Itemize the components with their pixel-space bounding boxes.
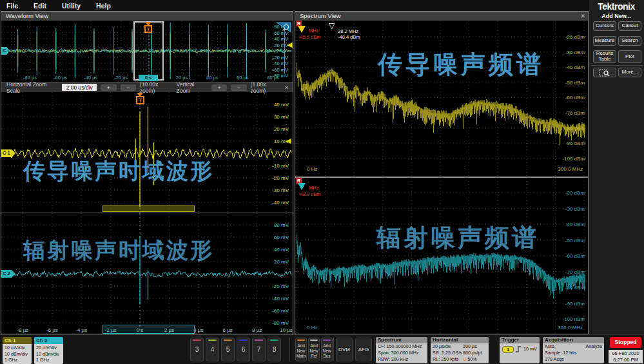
svg-text:300.0 MHz: 300.0 MHz <box>558 166 583 172</box>
marker-triangle-teal-icon[interactable] <box>298 183 306 190</box>
spectrum-time-bar-ch1[interactable] <box>102 206 195 212</box>
svg-text:4 µs: 4 µs <box>193 327 203 333</box>
zoom-overlay-close-icon[interactable]: ✕ <box>284 84 289 91</box>
ch2-spectrum-plot[interactable]: -20 dBm-30 dBm-40 dBm-50 dBm-60 dBm-70 d… <box>295 178 588 335</box>
trigger-source-pill: 1 <box>502 346 514 353</box>
menu-edit[interactable]: Edit <box>34 2 46 10</box>
run-stop-status-button[interactable]: Stopped <box>610 337 641 348</box>
svg-text:-56 dBm: -56 dBm <box>565 80 585 86</box>
svg-text:-40 mV: -40 mV <box>273 61 288 66</box>
svg-text:-8 µs: -8 µs <box>17 327 28 333</box>
zoom-overview-icon[interactable] <box>276 22 291 33</box>
svg-text:8 µs: 8 µs <box>252 327 262 333</box>
svg-text:40 mV: 40 mV <box>274 36 288 42</box>
spectrum-cf: CF: 150.000000 MHz <box>378 343 425 350</box>
ch2-info-badge[interactable]: Ch 2 20 mV/div 10 dBm/div 1 GHz <box>34 337 63 364</box>
svg-text:60 mV: 60 mV <box>274 235 289 240</box>
hzoom-scale-input[interactable] <box>62 84 97 91</box>
svg-text:80 µs: 80 µs <box>267 75 279 81</box>
ch1-info-badge[interactable]: Ch 1 10 mV/div 10 dBm/div 1 GHz <box>3 337 32 364</box>
svg-text:-36 dBm: -36 dBm <box>565 50 585 55</box>
rising-edge-icon <box>515 346 522 352</box>
menu-utility[interactable]: Utility <box>62 2 81 10</box>
magnifier-icon <box>599 69 610 77</box>
ch2-time-plot[interactable]: 80 mV60 mV40 mV20 mV-20 mV-40 mV-60 mV-8… <box>1 213 293 335</box>
acquisition-info-title: Acquisition <box>543 337 604 343</box>
sidebar-divider <box>591 65 643 66</box>
ch4-number: 4 <box>206 346 219 353</box>
waveform-view-title: Waveform View <box>1 12 293 21</box>
waveform-overview[interactable]: 80 mV60 mV40 mV20 mV-20 mV-40 mV-60 mV-8… <box>1 21 293 82</box>
search-button[interactable]: Search <box>618 36 641 46</box>
hzoom-minus-button[interactable]: − <box>121 84 136 91</box>
svg-text:0 Hz: 0 Hz <box>307 166 317 172</box>
svg-text:40 mV: 40 mV <box>274 102 289 108</box>
measure-button[interactable]: Measure <box>593 36 616 46</box>
svg-text:20 µs: 20 µs <box>176 75 188 81</box>
svg-text:-90 dBm: -90 dBm <box>565 301 585 307</box>
results-table-button[interactable]: Results Table <box>593 50 616 63</box>
acquisition-info-badge[interactable]: Acquisition Auto,Analyze Sample: 12 bits… <box>543 337 604 363</box>
svg-text:10 µs: 10 µs <box>280 327 293 333</box>
zoom-tool-button[interactable] <box>593 68 616 77</box>
ch3-color-stripe <box>193 340 201 341</box>
callout-button[interactable]: Callout <box>618 21 641 31</box>
ch2-scale: 20 mV/div <box>36 345 63 351</box>
ch1-dbm: 10 dBm/div <box>5 351 32 358</box>
channel-6-button[interactable]: 6 <box>237 338 250 361</box>
ch1-label: Ch 1 <box>3 337 32 344</box>
trigger-badge-main[interactable]: T <box>136 96 144 104</box>
ch5-color-stripe <box>224 340 232 341</box>
svg-text:-20 dBm: -20 dBm <box>565 190 585 196</box>
bottom-bar: Ch 1 10 mV/div 10 dBm/div 1 GHz Ch 2 20 … <box>0 334 644 364</box>
dvm-button[interactable]: DVM <box>336 338 353 361</box>
add-new-bus-button[interactable]: AddNewBus <box>321 338 333 361</box>
vzoom-minus-button[interactable]: − <box>231 84 246 91</box>
trigger-level-arrow-overview-icon[interactable]: ◀ <box>287 41 292 48</box>
svg-text:60 µs: 60 µs <box>237 75 249 81</box>
ch1-scale: 10 mV/div <box>5 345 32 351</box>
channel-8-button[interactable]: 8 <box>268 338 281 361</box>
svg-text:-30 dBm: -30 dBm <box>565 206 585 212</box>
datetime-display: 06 Feb 2020 6:27:00 PM <box>609 350 643 363</box>
afg-button[interactable]: AFG <box>355 338 372 361</box>
ch8-number: 8 <box>268 346 280 353</box>
menu-file[interactable]: File <box>6 2 18 10</box>
ch1-time-plot[interactable]: 40 mV30 mV20 mV10 mV-10 mV-20 mV-30 mV-4… <box>1 92 293 213</box>
more-button[interactable]: More... <box>618 68 641 77</box>
spectrum-view-panel: Spectrum View ✕ -26 dBm-36 dBm-46 dBm-56… <box>295 11 589 334</box>
svg-text:-60 mV: -60 mV <box>272 308 289 314</box>
plot-button[interactable]: Plot <box>618 50 641 63</box>
ch2-label: Ch 2 <box>34 337 63 344</box>
channel-7-button[interactable]: 7 <box>252 338 266 361</box>
add-new-math-button[interactable]: AddNewMath <box>295 338 307 361</box>
svg-text:-40 mV: -40 mV <box>272 200 289 206</box>
svg-text:-66 dBm: -66 dBm <box>565 95 585 101</box>
channel-3-button[interactable]: 3 <box>190 338 204 361</box>
channel-4-button[interactable]: 4 <box>206 338 219 361</box>
marker-triangle-white-icon[interactable]: ▽ <box>329 21 335 30</box>
trigger-level-arrow-icon[interactable]: ◀ <box>286 137 291 144</box>
horizontal-info-badge[interactable]: Horizontal 20 µs/div200 µs SR: 1.25 GS/s… <box>431 337 489 363</box>
trigger-badge-overview[interactable]: T <box>144 25 152 33</box>
vzoom-plus-button[interactable]: + <box>211 84 227 91</box>
marker-triangle-yellow-icon[interactable] <box>298 26 306 33</box>
channel-5-button[interactable]: 5 <box>221 338 235 361</box>
ch1-spectrum-plot[interactable]: -26 dBm-36 dBm-46 dBm-56 dBm-66 dBm-76 d… <box>295 21 588 177</box>
trigger-info-badge[interactable]: Trigger 1 10 mV <box>500 337 540 363</box>
hzoom-plus-button[interactable]: + <box>101 84 116 91</box>
cursors-button[interactable]: Cursors <box>593 21 616 31</box>
spectrum-rbw: RBW: 300 kHz <box>378 356 425 363</box>
spectrum-info-badge[interactable]: Spectrum CF: 150.000000 MHz Span: 300.00… <box>376 337 427 363</box>
spectrum-time-bar-ch2[interactable] <box>102 325 195 334</box>
waveform-main-area: 40 mV30 mV20 mV10 mV-10 mV-20 mV-30 mV-4… <box>1 92 293 335</box>
menu-help[interactable]: Help <box>96 2 111 10</box>
svg-text:20 mV: 20 mV <box>274 126 289 132</box>
svg-text:80 mV: 80 mV <box>274 222 289 228</box>
acquisition-acqs: 179 Acqs <box>545 356 602 363</box>
svg-text:-70 dBm: -70 dBm <box>565 269 585 275</box>
svg-text:-20 mV: -20 mV <box>272 175 289 181</box>
add-new-ref-button[interactable]: AddNewRef <box>308 338 320 361</box>
ch7-color-stripe <box>255 340 263 341</box>
spectrum-close-icon[interactable]: ✕ <box>580 12 585 20</box>
